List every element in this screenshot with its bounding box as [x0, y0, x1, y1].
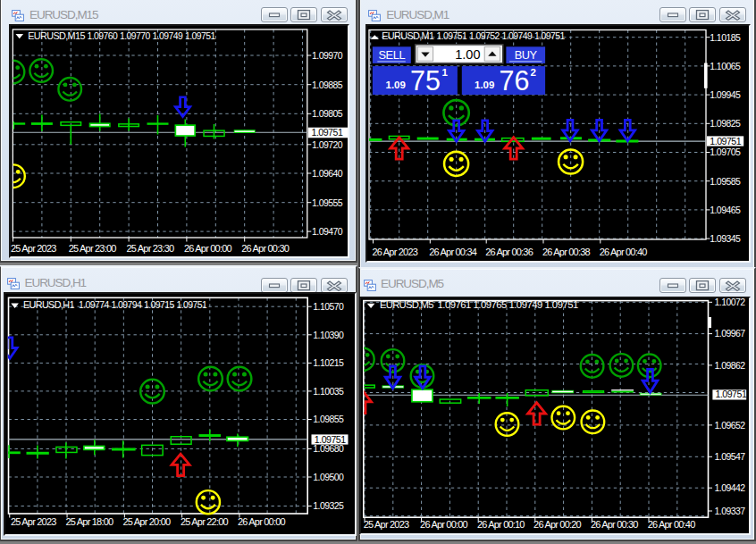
svg-text:76: 76 — [500, 65, 530, 96]
svg-text:1.09640: 1.09640 — [312, 167, 343, 178]
svg-text:EURUSD,M15: EURUSD,M15 — [28, 29, 85, 40]
svg-text:25 Apr 2023: 25 Apr 2023 — [11, 242, 56, 253]
svg-text:1.09470: 1.09470 — [312, 225, 343, 236]
svg-text:75: 75 — [410, 65, 441, 96]
svg-text:BUY: BUY — [515, 47, 538, 61]
svg-text:1.09751: 1.09751 — [534, 30, 565, 40]
svg-text:1.09751: 1.09751 — [311, 126, 342, 137]
svg-text:1.09945: 1.09945 — [710, 88, 741, 99]
svg-text:1.09751: 1.09751 — [314, 434, 345, 445]
svg-text:1: 1 — [442, 66, 449, 77]
svg-text:1.10215: 1.10215 — [313, 358, 344, 369]
svg-text:25 Apr 23:30: 25 Apr 23:30 — [126, 242, 173, 253]
svg-text:EURUSD,M5: EURUSD,M5 — [380, 299, 433, 310]
svg-text:26 Apr 00:40: 26 Apr 00:40 — [600, 246, 647, 256]
svg-text:1.09885: 1.09885 — [312, 79, 343, 89]
svg-text:1.10072: 1.10072 — [714, 298, 745, 307]
svg-text:26 Apr 00:34: 26 Apr 00:34 — [429, 246, 476, 256]
svg-text:1.09585: 1.09585 — [710, 175, 741, 186]
svg-text:1.10035: 1.10035 — [313, 386, 344, 397]
svg-text:26 Apr 00:20: 26 Apr 00:20 — [533, 519, 581, 530]
svg-text:26 Apr 00:00: 26 Apr 00:00 — [184, 242, 231, 253]
svg-text:1.09760: 1.09760 — [87, 30, 117, 40]
svg-text:1.09752: 1.09752 — [469, 30, 500, 40]
svg-text:1.09345: 1.09345 — [710, 232, 741, 243]
svg-text:1.09465: 1.09465 — [710, 204, 741, 214]
svg-text:25 Apr 22:00: 25 Apr 22:00 — [181, 517, 228, 528]
svg-text:1.10065: 1.10065 — [710, 60, 741, 71]
svg-text:2: 2 — [531, 66, 536, 77]
svg-text:1.09794: 1.09794 — [111, 300, 141, 310]
svg-text:26 Apr 00:36: 26 Apr 00:36 — [485, 246, 533, 256]
svg-text:25 Apr 2023: 25 Apr 2023 — [363, 519, 408, 530]
svg-text:EURUSD,H1: EURUSD,H1 — [22, 299, 74, 310]
svg-text:1.10570: 1.10570 — [313, 301, 344, 312]
svg-text:1.09500: 1.09500 — [313, 472, 344, 482]
svg-text:25 Apr 20:00: 25 Apr 20:00 — [122, 517, 170, 528]
svg-text:1.09715: 1.09715 — [144, 300, 174, 310]
svg-text:26 Apr 00:40: 26 Apr 00:40 — [647, 519, 694, 530]
svg-text:1.09805: 1.09805 — [312, 108, 343, 119]
svg-text:1.09: 1.09 — [475, 79, 494, 89]
svg-text:25 Apr 2023: 25 Apr 2023 — [11, 517, 56, 528]
svg-text:1.09749: 1.09749 — [152, 30, 182, 40]
svg-text:1.09774: 1.09774 — [79, 300, 109, 310]
svg-text:1.09547: 1.09547 — [714, 451, 745, 462]
svg-text:1.09825: 1.09825 — [710, 118, 741, 129]
svg-text:1.09770: 1.09770 — [120, 30, 150, 40]
svg-text:26 Apr 00:00: 26 Apr 00:00 — [238, 517, 285, 528]
svg-text:EURUSD,M1: EURUSD,M1 — [382, 29, 434, 40]
svg-text:26 Apr 00:30: 26 Apr 00:30 — [590, 519, 637, 530]
svg-text:1.09751: 1.09751 — [437, 30, 467, 40]
svg-text:1.00: 1.00 — [455, 46, 480, 61]
svg-text:1.09325: 1.09325 — [313, 501, 344, 512]
svg-text:1.09751: 1.09751 — [176, 300, 206, 310]
svg-text:1.09751: 1.09751 — [185, 30, 215, 40]
svg-text:1.09749: 1.09749 — [502, 30, 533, 40]
svg-text:26 Apr 00:30: 26 Apr 00:30 — [241, 242, 289, 253]
svg-text:25 Apr 23:00: 25 Apr 23:00 — [68, 242, 115, 253]
svg-text:1.09967: 1.09967 — [714, 328, 745, 339]
svg-text:SELL: SELL — [378, 47, 405, 61]
svg-text:1.09555: 1.09555 — [312, 197, 343, 207]
svg-text:1.09652: 1.09652 — [714, 420, 745, 431]
svg-text:1.09855: 1.09855 — [313, 414, 344, 425]
svg-text:1.09761 1.09765 1.09749 1.0975: 1.09761 1.09765 1.09749 1.09751 — [437, 299, 577, 310]
svg-text:1.09970: 1.09970 — [312, 49, 343, 60]
svg-text:1.09337: 1.09337 — [714, 506, 745, 516]
svg-text:1.09: 1.09 — [386, 79, 406, 89]
svg-text:26 Apr 00:00: 26 Apr 00:00 — [420, 519, 467, 530]
svg-text:1.10185: 1.10185 — [710, 31, 741, 42]
svg-text:1.09705: 1.09705 — [710, 146, 741, 157]
svg-text:1.10390: 1.10390 — [313, 330, 344, 340]
svg-text:1.09442: 1.09442 — [714, 482, 745, 493]
svg-text:26 Apr 00:10: 26 Apr 00:10 — [476, 519, 524, 530]
svg-text:25 Apr 18:00: 25 Apr 18:00 — [65, 517, 113, 528]
svg-text:1.09751: 1.09751 — [710, 135, 741, 146]
svg-text:26 Apr 00:38: 26 Apr 00:38 — [542, 246, 590, 256]
svg-text:1.09751: 1.09751 — [715, 389, 746, 399]
svg-text:1.09862: 1.09862 — [714, 360, 745, 371]
svg-text:26 Apr 2023: 26 Apr 2023 — [373, 246, 418, 256]
svg-text:1.09720: 1.09720 — [312, 138, 343, 149]
svg-text:1.09680: 1.09680 — [313, 444, 344, 455]
